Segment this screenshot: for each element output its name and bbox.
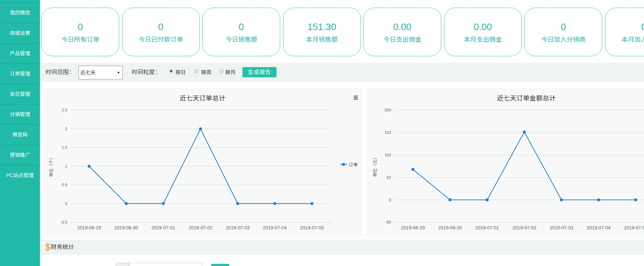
svg-text:2019-07-03: 2019-07-03 [550, 225, 573, 230]
svg-text:2019-06-29: 2019-06-29 [77, 225, 101, 230]
svg-text:2019-07-01: 2019-07-01 [152, 225, 175, 230]
svg-text:2019-07-04: 2019-07-04 [587, 225, 610, 230]
svg-text:0: 0 [65, 201, 67, 206]
svg-text:近七天订单金额总计: 近七天订单金额总计 [497, 95, 556, 102]
svg-text:2019-07-01: 2019-07-01 [475, 225, 499, 230]
svg-text:0.5: 0.5 [62, 183, 67, 187]
svg-text:2019-07-04: 2019-07-04 [263, 225, 286, 230]
svg-text:0: 0 [389, 198, 391, 202]
svg-text:2019-06-30: 2019-06-30 [114, 225, 138, 230]
svg-text:单位（元）: 单位（元） [373, 155, 378, 177]
svg-text:150: 150 [385, 130, 391, 135]
svg-text:2019-06-30: 2019-06-30 [438, 225, 462, 230]
svg-text:-0.5: -0.5 [60, 220, 67, 224]
svg-text:2019-07-05: 2019-07-05 [624, 225, 644, 230]
svg-text:2019-07-02: 2019-07-02 [512, 225, 536, 230]
svg-text:2.5: 2.5 [62, 108, 67, 112]
svg-text:1: 1 [65, 164, 67, 168]
svg-text:200: 200 [385, 108, 391, 112]
svg-text:50: 50 [387, 175, 391, 180]
svg-text:1.5: 1.5 [62, 145, 67, 150]
svg-text:2019-07-02: 2019-07-02 [189, 225, 212, 230]
svg-text:2019-07-05: 2019-07-05 [300, 225, 324, 230]
svg-text:单位（个）: 单位（个） [49, 155, 54, 177]
svg-text:2019-07-03: 2019-07-03 [226, 225, 249, 230]
svg-text:近七天订单总计: 近七天订单总计 [180, 95, 225, 102]
svg-text:订单: 订单 [349, 162, 358, 167]
svg-text:100: 100 [385, 153, 391, 157]
svg-text:2019-06-29: 2019-06-29 [401, 225, 424, 230]
svg-text:-50: -50 [385, 220, 391, 224]
svg-text:2: 2 [65, 127, 67, 131]
